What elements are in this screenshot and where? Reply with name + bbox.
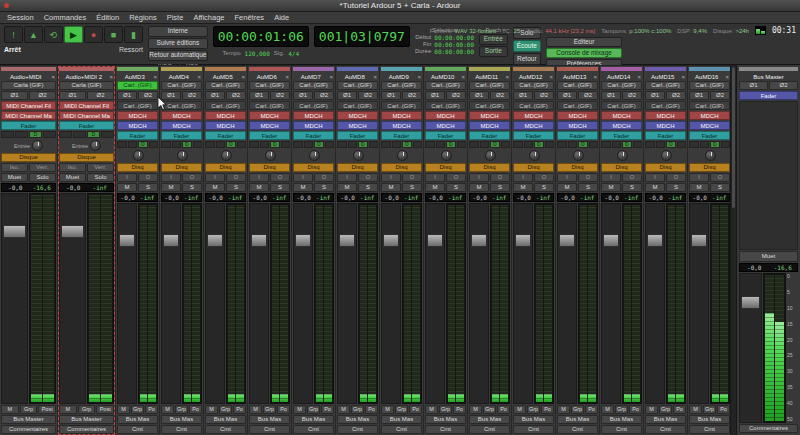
strip-header[interactable]: AuMD3 × bbox=[117, 72, 158, 81]
strip-color-band[interactable] bbox=[469, 67, 510, 71]
input-button[interactable]: Carl..(GIF) bbox=[205, 81, 246, 90]
routing-cell[interactable] bbox=[677, 141, 687, 148]
solo-isolate-button[interactable]: Iso. bbox=[1, 163, 28, 172]
processor-button[interactable]: MIDI Channel Ma bbox=[59, 111, 114, 120]
strip-color-band[interactable] bbox=[59, 67, 114, 71]
solo-lock-button[interactable]: O bbox=[710, 173, 730, 182]
menu-item[interactable]: Régions bbox=[129, 13, 157, 22]
output-button[interactable]: Bus Mas bbox=[645, 415, 686, 424]
gain-display[interactable]: -0,0 -inf bbox=[645, 193, 686, 202]
metering-button[interactable]: M bbox=[469, 405, 482, 414]
solo-isolate-button[interactable]: I bbox=[337, 173, 357, 182]
solo-isolate-button[interactable]: I bbox=[645, 173, 665, 182]
processor-button[interactable]: MIDI Channel Fil bbox=[59, 101, 114, 110]
solo-lock-button[interactable]: O bbox=[226, 173, 246, 182]
output-button[interactable]: Bus Mas bbox=[205, 415, 246, 424]
trim-knob[interactable] bbox=[177, 150, 188, 161]
meter-point-button[interactable]: Po bbox=[277, 405, 290, 414]
phase-2-button[interactable]: Ø2 bbox=[358, 91, 378, 100]
master-header[interactable]: Bus Master bbox=[739, 72, 798, 81]
routing-cell[interactable] bbox=[43, 131, 56, 138]
processor-button[interactable]: Fader bbox=[117, 131, 158, 140]
gain-display[interactable]: -0,0 -inf bbox=[557, 193, 598, 202]
routing-cell[interactable] bbox=[205, 141, 215, 148]
routing-cell[interactable] bbox=[612, 141, 622, 148]
input-button[interactable]: Carla (GIF) bbox=[59, 81, 114, 90]
routing-cell[interactable] bbox=[325, 141, 335, 148]
processor-button[interactable]: Fader bbox=[469, 131, 510, 140]
processor-button[interactable]: Fader bbox=[337, 131, 378, 140]
disk-monitor-button[interactable]: Disq bbox=[249, 163, 290, 172]
input-button[interactable]: Carl..(GIF) bbox=[337, 81, 378, 90]
strip-color-band[interactable] bbox=[425, 67, 466, 71]
mute-button[interactable]: M bbox=[513, 183, 533, 192]
trim-knob[interactable] bbox=[221, 150, 232, 161]
processor-button[interactable]: MDCH bbox=[249, 121, 290, 130]
metering-button[interactable]: M bbox=[425, 405, 438, 414]
mute-button[interactable]: M bbox=[425, 183, 445, 192]
phase-2-button[interactable]: Ø2 bbox=[138, 91, 158, 100]
gain-display[interactable]: -0,0 -inf bbox=[59, 183, 114, 192]
output-button[interactable]: Bus Mas bbox=[557, 415, 598, 424]
processor-button[interactable]: MDCH bbox=[425, 111, 466, 120]
processor-button[interactable]: MDCH bbox=[557, 111, 598, 120]
routing-cell[interactable]: D bbox=[138, 141, 148, 148]
metering-button[interactable]: M bbox=[1, 405, 19, 414]
routing-cell[interactable]: D bbox=[87, 131, 100, 138]
fader-handle[interactable] bbox=[3, 225, 26, 238]
fader-handle[interactable] bbox=[339, 234, 355, 247]
tempo-value[interactable]: 120,000 bbox=[245, 50, 270, 57]
routing-cell[interactable] bbox=[601, 141, 611, 148]
processor-button[interactable]: Fader bbox=[601, 131, 642, 140]
solo-button[interactable]: S bbox=[182, 183, 202, 192]
processor-button[interactable]: Fader bbox=[1, 121, 56, 130]
phase-1-button[interactable]: Ø1 bbox=[117, 91, 137, 100]
routing-cell[interactable]: D bbox=[710, 141, 720, 148]
close-icon[interactable]: × bbox=[152, 73, 158, 81]
routing-cell[interactable] bbox=[700, 141, 710, 148]
processor-button[interactable]: MDCH bbox=[205, 121, 246, 130]
solo-isolate-button[interactable]: Iso. bbox=[59, 163, 86, 172]
meter-point-button[interactable]: Po bbox=[365, 405, 378, 414]
comments-button[interactable]: Cmt bbox=[249, 425, 290, 434]
routing-cell[interactable] bbox=[457, 141, 467, 148]
routing-cell[interactable]: D bbox=[402, 141, 412, 148]
routing-cell[interactable] bbox=[59, 131, 72, 138]
close-icon[interactable]: × bbox=[680, 73, 686, 81]
solo-isolate-button[interactable]: I bbox=[205, 173, 225, 182]
routing-cell[interactable] bbox=[348, 141, 358, 148]
routing-cell[interactable]: D bbox=[446, 141, 456, 148]
metering-button[interactable]: M bbox=[293, 405, 306, 414]
comments-button[interactable]: Cmt bbox=[117, 425, 158, 434]
routing-cell[interactable]: D bbox=[270, 141, 280, 148]
trim-knob[interactable] bbox=[265, 150, 276, 161]
mute-button[interactable]: M bbox=[689, 183, 709, 192]
stop-button[interactable]: ■ bbox=[104, 26, 123, 43]
phase-1-button[interactable]: Ø1 bbox=[557, 91, 577, 100]
output-button[interactable]: Bus Master bbox=[59, 415, 114, 424]
input-button[interactable]: Carl..(GIF) bbox=[601, 81, 642, 90]
routing-cell[interactable]: D bbox=[666, 141, 676, 148]
gain-display[interactable]: -0,0 -inf bbox=[513, 193, 554, 202]
close-icon[interactable]: × bbox=[504, 73, 510, 81]
gain-display[interactable]: -0,0 -inf bbox=[293, 193, 334, 202]
routing-cell[interactable] bbox=[501, 141, 511, 148]
processor-button[interactable]: Carl..(GIF) bbox=[381, 101, 422, 110]
output-button[interactable]: Bus Mas bbox=[601, 415, 642, 424]
output-button[interactable]: Bus Mas bbox=[293, 415, 334, 424]
strip-color-band[interactable] bbox=[513, 67, 554, 71]
fader-handle[interactable] bbox=[207, 234, 223, 247]
gain-fader[interactable] bbox=[425, 203, 445, 404]
processor-button[interactable]: Carl..(GIF) bbox=[249, 101, 290, 110]
solo-lock-button[interactable]: O bbox=[314, 173, 334, 182]
mute-button[interactable]: M bbox=[601, 183, 621, 192]
input-button[interactable]: Carl..(GIF) bbox=[117, 81, 158, 90]
routing-cell[interactable] bbox=[557, 141, 567, 148]
metering-button[interactable]: M bbox=[645, 405, 658, 414]
phase-1-button[interactable]: Ø1 bbox=[381, 91, 401, 100]
comments-button[interactable]: Cmt bbox=[205, 425, 246, 434]
mute-button[interactable]: Muet bbox=[1, 173, 28, 182]
processor-button[interactable]: Carl..(GIF) bbox=[601, 101, 642, 110]
processor-button[interactable]: MDCH bbox=[601, 121, 642, 130]
routing-cell[interactable] bbox=[15, 131, 28, 138]
